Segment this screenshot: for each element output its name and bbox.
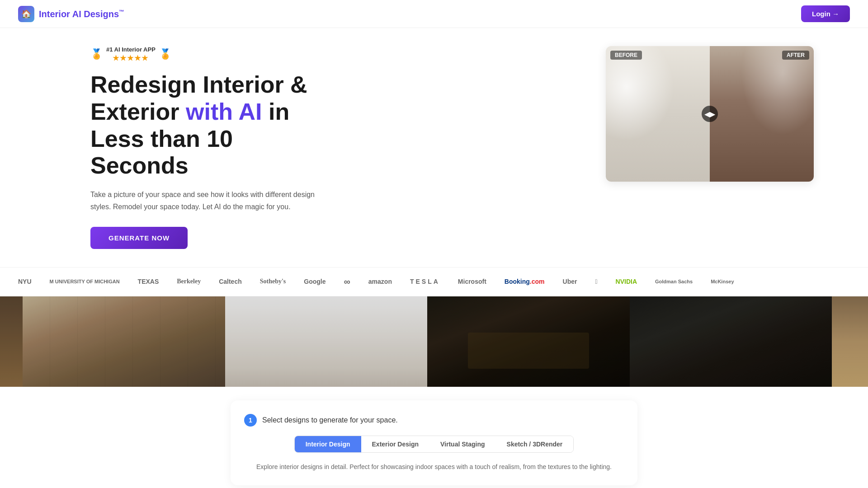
step-badge: 1: [244, 414, 257, 427]
logo-google: Google: [304, 278, 326, 285]
after-label: AFTER: [782, 51, 809, 60]
logo-tesla: TESLA: [410, 278, 440, 285]
star-rating: ★★★★★: [113, 54, 149, 62]
logo-nyu: NYU: [18, 278, 32, 285]
logo-goldman: Goldman Sachs: [655, 279, 693, 284]
tab-sketch----drender[interactable]: Sketch / 3DRender: [496, 436, 574, 452]
logos-section: NYU M UNIVERSITY OF MICHIGAN TEXAS Berke…: [0, 267, 868, 296]
logo-text: Interior AI Designs™: [39, 9, 124, 19]
logo-booking: Booking.com: [505, 278, 545, 285]
design-tabs: Interior DesignExterior DesignVirtual St…: [294, 436, 574, 453]
logo-mckinsey: McKinsey: [711, 279, 734, 284]
gallery-item-6: [832, 296, 868, 387]
tab-interior-design[interactable]: Interior Design: [295, 436, 361, 452]
gallery-section: [0, 296, 868, 387]
logo-microsoft: Microsoft: [458, 278, 486, 285]
before-after-slider[interactable]: ◀▶: [702, 106, 718, 122]
logo-nvidia: NVIDIA: [616, 278, 637, 285]
tab-exterior-design[interactable]: Exterior Design: [361, 436, 429, 452]
gallery-item-4: [427, 296, 630, 387]
step-header: 1 Select designs to generate for your sp…: [244, 414, 624, 427]
after-room-image: [710, 46, 814, 182]
wreath-right-icon: 🏅: [159, 48, 171, 60]
logo-michigan: M UNIVERSITY OF MICHIGAN: [50, 279, 120, 284]
logo-berkeley: Berkeley: [177, 278, 201, 285]
hero-title: Redesign Interior & Exterior with AI in …: [90, 71, 335, 179]
award-badge: 🏅 #1 AI Interior APP ★★★★★ 🏅: [90, 46, 335, 62]
logo-icon: 🏠: [18, 6, 34, 22]
wreath-left-icon: 🏅: [90, 48, 103, 60]
logo-sothebys: Sotheby's: [260, 278, 286, 285]
hero-description: Take a picture of your space and see how…: [90, 188, 335, 213]
after-panel: AFTER: [710, 46, 814, 182]
hero-section: 🏅 #1 AI Interior APP ★★★★★ 🏅 Redesign In…: [0, 28, 868, 267]
logo-meta: ∞: [344, 277, 350, 287]
step-title: Select designs to generate for your spac…: [262, 416, 398, 424]
logo-uber: Uber: [563, 278, 577, 285]
before-room-image: [606, 46, 710, 182]
gallery-item-2: [23, 296, 225, 387]
before-after-section: BEFORE AFTER ◀▶: [606, 46, 814, 182]
before-after-container: BEFORE AFTER ◀▶: [606, 46, 814, 182]
gallery-item-5: [630, 296, 832, 387]
generate-now-button[interactable]: GENERATE NOW: [90, 227, 188, 249]
tab-virtual-staging[interactable]: Virtual Staging: [429, 436, 496, 452]
logo-texas: TEXAS: [138, 278, 159, 285]
login-button[interactable]: Login →: [801, 5, 850, 22]
logo-caltech: Caltech: [219, 278, 242, 285]
gallery-item-1: [0, 296, 23, 387]
award-text: #1 AI Interior APP: [106, 46, 156, 53]
logo[interactable]: 🏠 Interior AI Designs™: [18, 6, 124, 22]
design-selector: 1 Select designs to generate for your sp…: [231, 400, 637, 485]
logo-apple: : [595, 278, 597, 285]
hero-content: 🏅 #1 AI Interior APP ★★★★★ 🏅 Redesign In…: [90, 46, 335, 249]
before-panel: BEFORE: [606, 46, 710, 182]
logo-amazon: amazon: [368, 278, 392, 285]
navbar: 🏠 Interior AI Designs™ Login →: [0, 0, 868, 28]
design-description: Explore interior designs in detail. Perf…: [244, 462, 624, 472]
gallery-item-3: [225, 296, 428, 387]
before-label: BEFORE: [610, 51, 642, 60]
